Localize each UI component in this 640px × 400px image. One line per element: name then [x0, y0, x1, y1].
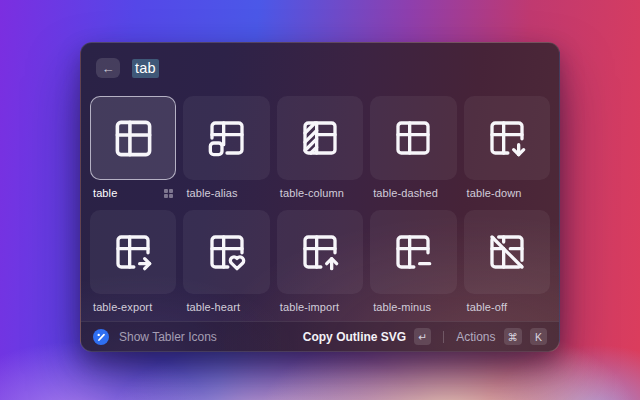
- grid-item-table-dashed[interactable]: table-dashed: [370, 96, 456, 199]
- icon-name-label: table-heart: [186, 301, 240, 313]
- table-export-icon: [113, 232, 153, 272]
- table-minus-icon: [393, 232, 433, 272]
- table-icon: [112, 117, 155, 160]
- icon-name-label: table-export: [93, 301, 152, 313]
- icon-card: [183, 96, 269, 180]
- cmd-key-badge: ⌘: [504, 328, 523, 345]
- icon-grid: tabletable-aliastable-columntable-dashed…: [81, 94, 559, 321]
- primary-action-button[interactable]: Copy Outline SVG: [303, 330, 406, 344]
- icon-card: [370, 96, 456, 180]
- grid-item-table-export[interactable]: table-export: [90, 210, 176, 313]
- footer-bar: Show Tabler Icons Copy Outline SVG ↵ Act…: [81, 321, 559, 351]
- grid-item-table-off[interactable]: table-off: [464, 210, 550, 313]
- back-arrow-icon: ←: [102, 62, 115, 75]
- icon-card: [370, 210, 456, 294]
- search-input[interactable]: tab: [132, 60, 159, 76]
- grid-item-table-heart[interactable]: table-heart: [183, 210, 269, 313]
- table-column-icon: [300, 118, 340, 158]
- raycast-window: ← tab tabletable-aliastable-columntable-…: [80, 42, 560, 352]
- k-key-badge: K: [530, 328, 547, 345]
- icon-name-label: table-off: [467, 301, 507, 313]
- grid-item-table-import[interactable]: table-import: [277, 210, 363, 313]
- icon-card: [277, 210, 363, 294]
- table-alias-icon: [207, 118, 247, 158]
- icon-name-label: table-dashed: [373, 187, 438, 199]
- table-import-icon: [300, 232, 340, 272]
- grid-item-table-alias[interactable]: table-alias: [183, 96, 269, 199]
- icon-card: [464, 210, 550, 294]
- icon-name-label: table: [93, 187, 117, 199]
- icon-name-label: table-alias: [186, 187, 237, 199]
- icon-name-label: table-minus: [373, 301, 431, 313]
- back-button[interactable]: ←: [96, 58, 120, 78]
- icon-card: [277, 96, 363, 180]
- enter-key-badge: ↵: [414, 328, 431, 345]
- footer-app: Show Tabler Icons: [93, 329, 217, 345]
- table-heart-icon: [207, 232, 247, 272]
- grid-item-table-column[interactable]: table-column: [277, 96, 363, 199]
- icon-name-label: table-column: [280, 187, 344, 199]
- grid-item-table[interactable]: table: [90, 96, 176, 199]
- icon-card: [90, 96, 176, 180]
- grid-item-table-minus[interactable]: table-minus: [370, 210, 456, 313]
- tabler-logo-icon: [93, 329, 109, 345]
- icon-card: [90, 210, 176, 294]
- footer-divider: [443, 331, 444, 343]
- icon-name-label: table-down: [467, 187, 522, 199]
- search-bar: ← tab: [81, 43, 559, 93]
- table-down-icon: [487, 118, 527, 158]
- search-selection: tab: [132, 59, 159, 78]
- actions-button[interactable]: Actions: [456, 330, 495, 344]
- table-dashed-icon: [393, 118, 433, 158]
- app-name-label: Show Tabler Icons: [119, 330, 217, 344]
- grid-type-badge-icon: [164, 189, 173, 198]
- grid-item-table-down[interactable]: table-down: [464, 96, 550, 199]
- icon-card: [464, 96, 550, 180]
- table-off-icon: [487, 232, 527, 272]
- icon-name-label: table-import: [280, 301, 339, 313]
- icon-card: [183, 210, 269, 294]
